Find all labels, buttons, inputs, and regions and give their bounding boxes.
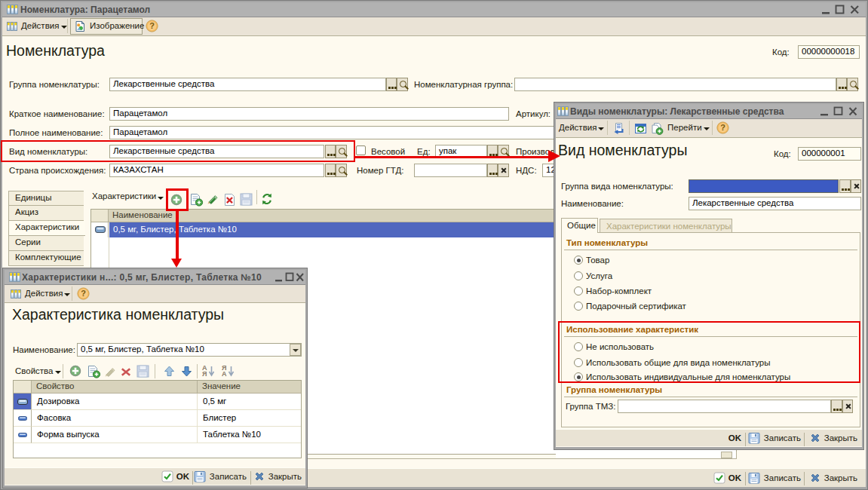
svg-text:?: ? <box>81 289 86 298</box>
